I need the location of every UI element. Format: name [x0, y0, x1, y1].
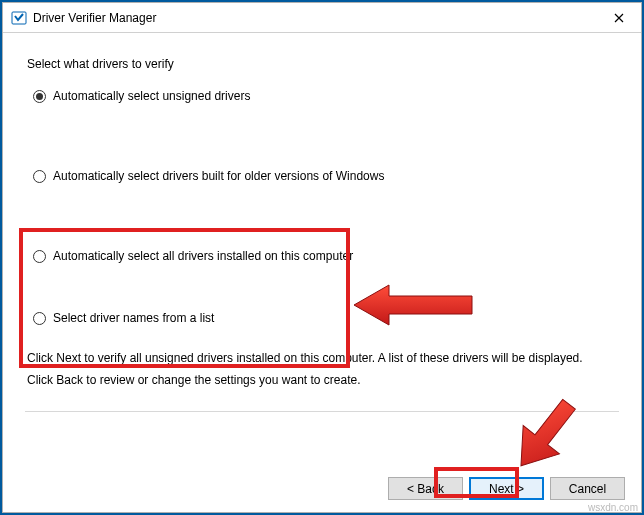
radio-icon: [33, 250, 46, 263]
back-button[interactable]: < Back: [388, 477, 463, 500]
radio-icon: [33, 90, 46, 103]
option-auto-older[interactable]: Automatically select drivers built for o…: [33, 165, 619, 187]
dialog-window: Driver Verifier Manager Select what driv…: [2, 2, 642, 513]
watermark: wsxdn.com: [588, 502, 638, 513]
option-from-list[interactable]: Select driver names from a list: [33, 307, 619, 329]
option-label: Automatically select drivers built for o…: [53, 169, 384, 183]
spacer: [25, 107, 619, 165]
hint-line-1: Click Next to verify all unsigned driver…: [27, 350, 617, 367]
button-row: < Back Next > Cancel: [388, 477, 625, 500]
option-label: Automatically select unsigned drivers: [53, 89, 250, 103]
option-auto-all[interactable]: Automatically select all drivers install…: [33, 245, 619, 267]
spacer: [25, 187, 619, 245]
option-label: Automatically select all drivers install…: [53, 249, 353, 263]
app-icon: [11, 10, 27, 26]
spacer: [25, 329, 619, 345]
radio-icon: [33, 170, 46, 183]
content-area: Select what drivers to verify Automatica…: [15, 43, 629, 462]
next-button[interactable]: Next >: [469, 477, 544, 500]
close-button[interactable]: [596, 3, 641, 33]
section-heading: Select what drivers to verify: [27, 57, 619, 71]
divider: [25, 411, 619, 412]
radio-icon: [33, 312, 46, 325]
titlebar: Driver Verifier Manager: [3, 3, 641, 33]
cancel-button[interactable]: Cancel: [550, 477, 625, 500]
spacer: [25, 267, 619, 307]
window-title: Driver Verifier Manager: [33, 11, 596, 25]
hint-line-2: Click Back to review or change the setti…: [27, 372, 617, 389]
option-label: Select driver names from a list: [53, 311, 214, 325]
option-auto-unsigned[interactable]: Automatically select unsigned drivers: [33, 85, 619, 107]
